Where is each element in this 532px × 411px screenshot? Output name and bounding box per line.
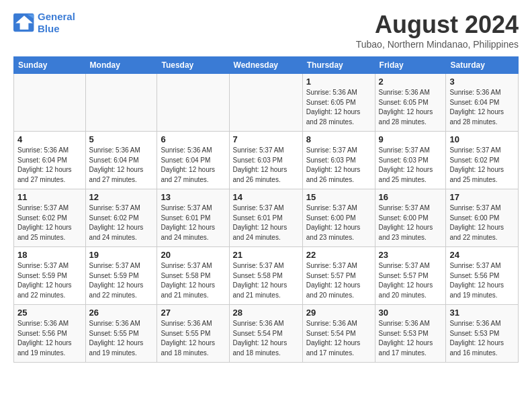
day-info: Sunrise: 5:36 AM Sunset: 6:05 PM Dayligh…	[379, 88, 443, 127]
day-number: 16	[379, 192, 443, 202]
day-number: 30	[379, 308, 443, 318]
calendar-cell: 12Sunrise: 5:37 AM Sunset: 6:02 PM Dayli…	[85, 189, 157, 247]
calendar-table: SundayMondayTuesdayWednesdayThursdayFrid…	[13, 56, 519, 363]
day-number: 12	[89, 192, 154, 202]
calendar-cell: 8Sunrise: 5:37 AM Sunset: 6:03 PM Daylig…	[302, 132, 375, 189]
month-year: August 2024	[356, 11, 519, 39]
calendar-cell: 28Sunrise: 5:36 AM Sunset: 5:54 PM Dayli…	[229, 305, 302, 363]
col-header-wednesday: Wednesday	[229, 57, 302, 74]
calendar-cell: 26Sunrise: 5:36 AM Sunset: 5:55 PM Dayli…	[85, 305, 157, 363]
title-block: August 2024 Tubao, Northern Mindanao, Ph…	[356, 11, 519, 50]
day-number: 15	[306, 192, 371, 202]
calendar-cell: 18Sunrise: 5:37 AM Sunset: 5:59 PM Dayli…	[14, 247, 86, 305]
calendar-week-row: 4Sunrise: 5:36 AM Sunset: 6:04 PM Daylig…	[14, 132, 519, 189]
day-info: Sunrise: 5:37 AM Sunset: 6:03 PM Dayligh…	[306, 146, 371, 185]
calendar-cell: 10Sunrise: 5:37 AM Sunset: 6:02 PM Dayli…	[446, 132, 519, 189]
calendar-cell: 1Sunrise: 5:36 AM Sunset: 6:05 PM Daylig…	[302, 74, 375, 132]
day-info: Sunrise: 5:37 AM Sunset: 6:01 PM Dayligh…	[161, 203, 225, 242]
calendar-cell: 29Sunrise: 5:36 AM Sunset: 5:54 PM Dayli…	[302, 305, 375, 363]
day-number: 9	[379, 134, 443, 144]
calendar-header-row: SundayMondayTuesdayWednesdayThursdayFrid…	[14, 57, 519, 74]
col-header-sunday: Sunday	[14, 57, 86, 74]
calendar-cell: 9Sunrise: 5:37 AM Sunset: 6:03 PM Daylig…	[375, 132, 446, 189]
day-number: 24	[449, 250, 515, 260]
location: Tubao, Northern Mindanao, Philippines	[356, 39, 519, 50]
day-number: 18	[17, 250, 82, 260]
day-number: 25	[17, 308, 82, 318]
calendar-cell: 3Sunrise: 5:36 AM Sunset: 6:04 PM Daylig…	[446, 74, 519, 132]
calendar-cell	[14, 74, 86, 132]
day-info: Sunrise: 5:37 AM Sunset: 6:02 PM Dayligh…	[89, 203, 154, 242]
calendar-cell: 11Sunrise: 5:37 AM Sunset: 6:02 PM Dayli…	[14, 189, 86, 247]
day-number: 10	[449, 134, 515, 144]
day-number: 1	[306, 77, 371, 87]
day-info: Sunrise: 5:37 AM Sunset: 6:00 PM Dayligh…	[449, 203, 515, 242]
day-info: Sunrise: 5:37 AM Sunset: 5:57 PM Dayligh…	[306, 261, 371, 300]
day-number: 5	[89, 134, 154, 144]
col-header-tuesday: Tuesday	[157, 57, 229, 74]
day-number: 22	[306, 250, 371, 260]
day-info: Sunrise: 5:37 AM Sunset: 6:00 PM Dayligh…	[306, 203, 371, 242]
day-info: Sunrise: 5:36 AM Sunset: 6:05 PM Dayligh…	[306, 88, 371, 127]
col-header-thursday: Thursday	[302, 57, 375, 74]
calendar-cell: 20Sunrise: 5:37 AM Sunset: 5:58 PM Dayli…	[157, 247, 229, 305]
day-info: Sunrise: 5:36 AM Sunset: 5:55 PM Dayligh…	[161, 319, 225, 358]
calendar-week-row: 1Sunrise: 5:36 AM Sunset: 6:05 PM Daylig…	[14, 74, 519, 132]
calendar-cell: 15Sunrise: 5:37 AM Sunset: 6:00 PM Dayli…	[302, 189, 375, 247]
day-number: 13	[161, 192, 225, 202]
calendar-cell: 5Sunrise: 5:36 AM Sunset: 6:04 PM Daylig…	[85, 132, 157, 189]
day-info: Sunrise: 5:36 AM Sunset: 5:53 PM Dayligh…	[449, 319, 515, 358]
day-number: 6	[161, 134, 225, 144]
day-info: Sunrise: 5:36 AM Sunset: 6:04 PM Dayligh…	[17, 146, 82, 185]
day-info: Sunrise: 5:37 AM Sunset: 5:57 PM Dayligh…	[379, 261, 443, 300]
day-info: Sunrise: 5:36 AM Sunset: 6:04 PM Dayligh…	[89, 146, 154, 185]
day-number: 8	[306, 134, 371, 144]
day-number: 19	[89, 250, 154, 260]
calendar-cell	[229, 74, 302, 132]
calendar-cell: 21Sunrise: 5:37 AM Sunset: 5:58 PM Dayli…	[229, 247, 302, 305]
col-header-saturday: Saturday	[446, 57, 519, 74]
logo-icon	[13, 13, 35, 32]
day-info: Sunrise: 5:36 AM Sunset: 6:04 PM Dayligh…	[161, 146, 225, 185]
day-info: Sunrise: 5:36 AM Sunset: 5:56 PM Dayligh…	[17, 319, 82, 358]
calendar-week-row: 25Sunrise: 5:36 AM Sunset: 5:56 PM Dayli…	[14, 305, 519, 363]
col-header-friday: Friday	[375, 57, 446, 74]
day-info: Sunrise: 5:36 AM Sunset: 5:53 PM Dayligh…	[379, 319, 443, 358]
day-info: Sunrise: 5:37 AM Sunset: 5:58 PM Dayligh…	[161, 261, 225, 300]
calendar-cell: 25Sunrise: 5:36 AM Sunset: 5:56 PM Dayli…	[14, 305, 86, 363]
day-number: 29	[306, 308, 371, 318]
day-number: 11	[17, 192, 82, 202]
calendar-cell: 23Sunrise: 5:37 AM Sunset: 5:57 PM Dayli…	[375, 247, 446, 305]
day-number: 26	[89, 308, 154, 318]
day-number: 14	[233, 192, 299, 202]
day-number: 27	[161, 308, 225, 318]
calendar-cell: 14Sunrise: 5:37 AM Sunset: 6:01 PM Dayli…	[229, 189, 302, 247]
day-info: Sunrise: 5:37 AM Sunset: 6:01 PM Dayligh…	[233, 203, 299, 242]
calendar-cell: 4Sunrise: 5:36 AM Sunset: 6:04 PM Daylig…	[14, 132, 86, 189]
day-info: Sunrise: 5:37 AM Sunset: 6:03 PM Dayligh…	[233, 146, 299, 185]
calendar-cell: 24Sunrise: 5:37 AM Sunset: 5:56 PM Dayli…	[446, 247, 519, 305]
day-number: 21	[233, 250, 299, 260]
day-number: 28	[233, 308, 299, 318]
page-header: General Blue August 2024 Tubao, Northern…	[13, 11, 519, 50]
day-number: 17	[449, 192, 515, 202]
day-info: Sunrise: 5:36 AM Sunset: 5:54 PM Dayligh…	[306, 319, 371, 358]
calendar-cell: 17Sunrise: 5:37 AM Sunset: 6:00 PM Dayli…	[446, 189, 519, 247]
calendar-week-row: 11Sunrise: 5:37 AM Sunset: 6:02 PM Dayli…	[14, 189, 519, 247]
calendar-cell: 16Sunrise: 5:37 AM Sunset: 6:00 PM Dayli…	[375, 189, 446, 247]
calendar-cell: 31Sunrise: 5:36 AM Sunset: 5:53 PM Dayli…	[446, 305, 519, 363]
calendar-cell	[157, 74, 229, 132]
day-number: 31	[449, 308, 515, 318]
day-info: Sunrise: 5:37 AM Sunset: 6:00 PM Dayligh…	[379, 203, 443, 242]
day-info: Sunrise: 5:36 AM Sunset: 6:04 PM Dayligh…	[449, 88, 515, 127]
calendar-cell	[85, 74, 157, 132]
day-info: Sunrise: 5:37 AM Sunset: 6:02 PM Dayligh…	[449, 146, 515, 185]
calendar-cell: 30Sunrise: 5:36 AM Sunset: 5:53 PM Dayli…	[375, 305, 446, 363]
logo-line1: General	[38, 11, 75, 22]
day-info: Sunrise: 5:37 AM Sunset: 5:58 PM Dayligh…	[233, 261, 299, 300]
day-info: Sunrise: 5:37 AM Sunset: 5:59 PM Dayligh…	[17, 261, 82, 300]
calendar-cell: 6Sunrise: 5:36 AM Sunset: 6:04 PM Daylig…	[157, 132, 229, 189]
day-number: 7	[233, 134, 299, 144]
calendar-cell: 19Sunrise: 5:37 AM Sunset: 5:59 PM Dayli…	[85, 247, 157, 305]
day-info: Sunrise: 5:37 AM Sunset: 6:03 PM Dayligh…	[379, 146, 443, 185]
